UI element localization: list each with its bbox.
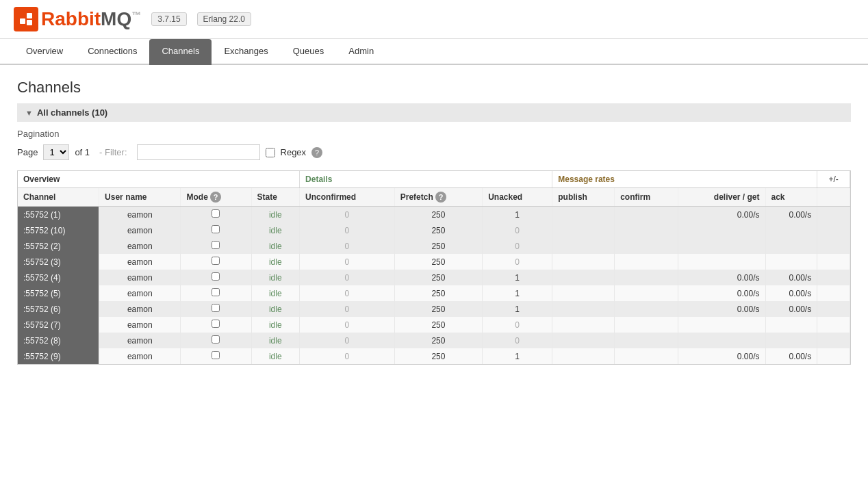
cell-deliver-get [678, 222, 765, 238]
cell-channel[interactable]: :55752 (3) [18, 254, 99, 270]
cell-unacked: 0 [483, 238, 552, 254]
cell-deliver-get [678, 317, 765, 333]
nav-overview[interactable]: Overview [14, 39, 75, 65]
cell-unacked: 0 [483, 317, 552, 333]
mode-checkbox[interactable] [212, 304, 220, 312]
cell-state: idle [251, 254, 300, 270]
cell-deliver-get [678, 254, 765, 270]
cell-mode [181, 348, 251, 364]
cell-confirm [615, 317, 678, 333]
cell-state: idle [251, 222, 300, 238]
mode-checkbox[interactable] [212, 225, 220, 233]
plus-minus-btn[interactable]: +/- [817, 171, 850, 188]
cell-extra [817, 348, 850, 364]
nav-exchanges[interactable]: Exchanges [212, 39, 280, 65]
cell-state: idle [251, 270, 300, 285]
col-publish: publish [552, 188, 615, 207]
cell-prefetch: 250 [394, 285, 482, 301]
logo: RabbitMQ™ [14, 7, 141, 31]
mode-checkbox[interactable] [212, 209, 220, 218]
cell-state: idle [251, 285, 300, 301]
prefetch-help-icon[interactable]: ? [435, 192, 446, 203]
nav-channels[interactable]: Channels [149, 39, 212, 65]
cell-extra [817, 301, 850, 317]
mode-checkbox[interactable] [212, 257, 220, 265]
cell-unacked: 0 [483, 333, 552, 348]
cell-channel[interactable]: :55752 (4) [18, 270, 99, 285]
mode-checkbox[interactable] [212, 272, 220, 281]
mode-checkbox[interactable] [212, 320, 220, 328]
mode-checkbox[interactable] [212, 351, 220, 359]
table-row: :55752 (1) eamon idle 0 250 1 0.00/s 0.0… [18, 207, 850, 223]
cell-prefetch: 250 [394, 333, 482, 348]
regex-checkbox[interactable] [266, 148, 275, 157]
table-row: :55752 (2) eamon idle 0 250 0 [18, 238, 850, 254]
regex-help-icon[interactable]: ? [311, 147, 322, 158]
cell-channel[interactable]: :55752 (8) [18, 333, 99, 348]
mode-checkbox[interactable] [212, 241, 220, 249]
cell-ack [765, 238, 817, 254]
cell-state: idle [251, 301, 300, 317]
cell-unconfirmed: 0 [300, 333, 395, 348]
cell-username: eamon [99, 317, 181, 333]
cell-prefetch: 250 [394, 238, 482, 254]
table-row: :55752 (8) eamon idle 0 250 0 [18, 333, 850, 348]
table-row: :55752 (10) eamon idle 0 250 0 [18, 222, 850, 238]
page-select[interactable]: 1 [43, 144, 69, 160]
cell-username: eamon [99, 348, 181, 364]
page-title: Channels [17, 79, 851, 96]
nav-queues[interactable]: Queues [281, 39, 337, 65]
channels-table-container: Overview Details Message rates +/- Chann… [17, 170, 851, 365]
cell-mode [181, 317, 251, 333]
cell-confirm [615, 207, 678, 223]
nav-connections[interactable]: Connections [75, 39, 149, 65]
app-header: RabbitMQ™ 3.7.15 Erlang 22.0 [0, 0, 868, 39]
cell-ack: 0.00/s [765, 207, 817, 223]
version-badge: 3.7.15 [151, 12, 186, 26]
cell-username: eamon [99, 207, 181, 223]
cell-unacked: 0 [483, 222, 552, 238]
cell-channel[interactable]: :55752 (7) [18, 317, 99, 333]
mode-help-icon[interactable]: ? [210, 192, 221, 203]
mode-checkbox[interactable] [212, 288, 220, 296]
cell-ack: 0.00/s [765, 270, 817, 285]
cell-prefetch: 250 [394, 317, 482, 333]
cell-prefetch: 250 [394, 301, 482, 317]
cell-publish [552, 317, 615, 333]
filter-input[interactable] [137, 144, 260, 160]
cell-channel[interactable]: :55752 (9) [18, 348, 99, 364]
cell-channel[interactable]: :55752 (6) [18, 301, 99, 317]
cell-extra [817, 285, 850, 301]
nav-admin[interactable]: Admin [336, 39, 386, 65]
cell-deliver-get: 0.00/s [678, 270, 765, 285]
cell-channel[interactable]: :55752 (2) [18, 238, 99, 254]
cell-ack [765, 222, 817, 238]
cell-ack [765, 317, 817, 333]
group-overview: Overview [18, 171, 300, 188]
mode-checkbox[interactable] [212, 335, 220, 344]
cell-unacked: 0 [483, 254, 552, 270]
cell-username: eamon [99, 254, 181, 270]
cell-mode [181, 222, 251, 238]
cell-prefetch: 250 [394, 222, 482, 238]
logo-icon [14, 7, 38, 31]
cell-state: idle [251, 333, 300, 348]
table-row: :55752 (4) eamon idle 0 250 1 0.00/s 0.0… [18, 270, 850, 285]
cell-unacked: 1 [483, 348, 552, 364]
cell-ack: 0.00/s [765, 285, 817, 301]
cell-extra [817, 270, 850, 285]
cell-unconfirmed: 0 [300, 270, 395, 285]
cell-channel[interactable]: :55752 (10) [18, 222, 99, 238]
cell-deliver-get [678, 238, 765, 254]
cell-confirm [615, 333, 678, 348]
col-extra [817, 188, 850, 207]
cell-channel[interactable]: :55752 (1) [18, 207, 99, 223]
channels-table: Overview Details Message rates +/- Chann… [18, 171, 850, 364]
col-ack: ack [765, 188, 817, 207]
main-content: Channels ▼ All channels (10) Pagination … [0, 65, 868, 378]
cell-username: eamon [99, 301, 181, 317]
svg-rect-2 [27, 20, 32, 25]
cell-unconfirmed: 0 [300, 348, 395, 364]
cell-channel[interactable]: :55752 (5) [18, 285, 99, 301]
pagination-label: Pagination [17, 129, 851, 139]
